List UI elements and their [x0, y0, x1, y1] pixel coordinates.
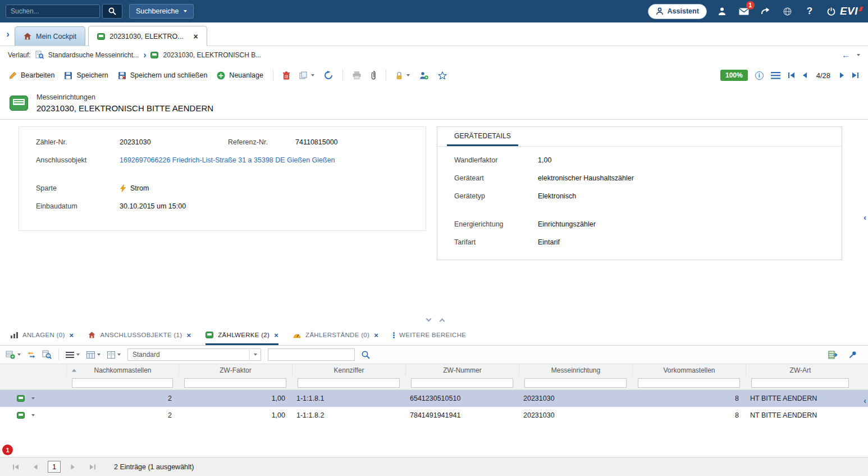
cell-zw-faktor: 1,00 — [179, 411, 292, 419]
filter-input-nachkommastellen[interactable] — [72, 378, 173, 388]
column-header-kennziffer[interactable]: Kennziffer — [292, 364, 405, 376]
user-button[interactable] — [716, 5, 728, 17]
tab-weitere-bereiche[interactable]: WEITERE BEREICHE — [393, 325, 466, 345]
tab-mein-cockpit[interactable]: Mein Cockpit — [15, 26, 85, 46]
bearbeiten-button[interactable]: Bearbeiten — [9, 71, 54, 79]
pager-page-input[interactable] — [48, 461, 61, 473]
list-view-dropdown-icon[interactable] — [117, 353, 121, 356]
collapse-up-icon[interactable] — [440, 319, 445, 324]
table-row[interactable]: 2 1,00 1-1:1.8.1 6541230510510 20231030 … — [0, 390, 868, 407]
suchbereiche-dropdown[interactable]: Suchbereiche — [129, 4, 194, 19]
add-dropdown-icon[interactable] — [17, 353, 21, 356]
export-excel-button[interactable] — [828, 351, 838, 359]
search-input[interactable] — [6, 4, 100, 18]
attachment-button[interactable] — [371, 71, 376, 80]
tab-close-icon[interactable]: × — [374, 331, 378, 339]
forward-button[interactable] — [760, 5, 772, 17]
anschlussobjekt-link[interactable]: 1692697066226 Friedrich-List-Straße 31 a… — [120, 156, 335, 164]
zaehlwerk-row-icon[interactable] — [17, 395, 25, 402]
filter-input-zw-faktor[interactable] — [184, 378, 286, 388]
pin-panel-button[interactable] — [849, 351, 857, 359]
lock-button[interactable] — [396, 71, 410, 80]
grid-add-button[interactable] — [6, 350, 21, 359]
column-header-zw-nummer[interactable]: ZW-Nummer — [405, 364, 519, 376]
tab-close-icon[interactable]: × — [70, 331, 74, 339]
refresh-button[interactable] — [324, 71, 333, 80]
zoom-badge[interactable]: 100% — [720, 70, 748, 81]
grid-panel-collapse-icon[interactable]: ‹ — [864, 397, 866, 405]
grid-view-list-button[interactable] — [107, 351, 121, 359]
table-view-dropdown-icon[interactable] — [97, 353, 100, 356]
lock-dropdown-icon[interactable] — [406, 74, 410, 76]
history-back-button[interactable]: ← — [842, 50, 850, 60]
help-button[interactable]: ? — [803, 5, 816, 17]
record-position[interactable]: 4/28 — [816, 71, 830, 80]
network-button[interactable] — [782, 5, 794, 17]
tab-anlagen[interactable]: ANLAGEN (0) × — [11, 325, 74, 345]
grid-search-button[interactable] — [42, 350, 52, 359]
nav-prev-button[interactable] — [802, 72, 807, 79]
sidebar-expand-handle[interactable]: › — [1, 29, 15, 40]
tab-geraetedetails[interactable]: GERÄTEDETAILS — [447, 127, 518, 146]
tab-zaehlwerke[interactable]: ZÄHLWERKE (2) × — [205, 325, 278, 345]
filter-input-vorkommastellen[interactable] — [638, 378, 740, 388]
column-header-vorkommastellen[interactable]: Vorkommastellen — [632, 364, 746, 376]
grid-view-table-button[interactable] — [86, 351, 100, 359]
tab-record-active[interactable]: 20231030, ELEKTRO... × — [88, 26, 207, 46]
pager-last-button[interactable] — [85, 461, 100, 473]
filter-input-zw-art[interactable] — [751, 378, 849, 388]
grid-quicksearch-input[interactable] — [268, 348, 355, 361]
row-actions-dropdown-icon[interactable] — [31, 397, 35, 400]
breadcrumb-search[interactable]: Standardsuche Messeinricht... — [48, 51, 139, 59]
row-actions-dropdown-icon[interactable] — [31, 414, 35, 416]
column-header-nachkommastellen[interactable]: Nachkommastellen — [66, 364, 179, 376]
search-button[interactable] — [102, 4, 122, 19]
panel-splitter[interactable] — [0, 315, 868, 325]
right-panel-collapse-icon[interactable]: ‹ — [864, 214, 866, 221]
assign-user-button[interactable] — [419, 71, 428, 80]
filter-input-kennziffer[interactable] — [298, 378, 400, 388]
zaehlwerk-row-icon[interactable] — [17, 412, 25, 419]
menu-dropdown-icon[interactable] — [76, 353, 80, 356]
delete-button[interactable] — [283, 71, 290, 80]
collapse-down-icon[interactable] — [426, 316, 432, 322]
column-header-zw-art[interactable]: ZW-Art — [746, 364, 868, 376]
filter-input-zw-nummer[interactable] — [411, 378, 513, 388]
geraetetyp-value: Elektronisch — [538, 192, 576, 200]
copy-button[interactable] — [299, 71, 314, 79]
pager-next-button[interactable] — [66, 461, 80, 473]
grid-quicksearch-button[interactable] — [362, 351, 370, 359]
tab-close-icon[interactable]: × — [274, 331, 278, 339]
grid-filter-button[interactable] — [28, 351, 35, 359]
menu-button[interactable] — [771, 72, 780, 79]
grid-menu-button[interactable] — [66, 352, 80, 358]
copy-dropdown-icon[interactable] — [311, 74, 314, 76]
notification-badge[interactable]: 1 — [2, 445, 13, 455]
nav-next-button[interactable] — [839, 72, 844, 79]
mail-button[interactable]: 1 — [738, 5, 750, 17]
history-dropdown-icon[interactable] — [857, 54, 860, 56]
column-header-messeinrichtung[interactable]: Messeinrichtung — [519, 364, 632, 376]
pager-prev-button[interactable] — [28, 461, 43, 473]
nav-last-button[interactable] — [852, 72, 859, 79]
favorite-button[interactable] — [438, 71, 447, 80]
pager-first-button[interactable] — [8, 461, 23, 473]
tab-close-icon[interactable]: × — [194, 32, 198, 41]
nav-first-button[interactable] — [788, 72, 795, 79]
view-select-caret-icon — [254, 353, 257, 356]
tab-anschlussobjekte[interactable]: ANSCHLUSSOBJEKTE (1) × — [88, 325, 191, 345]
column-header-zw-faktor[interactable]: ZW-Faktor — [179, 364, 292, 376]
breadcrumb-record[interactable]: 20231030, ELEKTRONISCH B... — [163, 51, 261, 59]
speichern-button[interactable]: Speichern — [64, 71, 108, 80]
tab-zaehlerstaende[interactable]: ZÄHLERSTÄNDE (0) × — [293, 325, 378, 345]
logout-button[interactable] — [825, 5, 838, 17]
neuanlage-button[interactable]: Neuanlage — [217, 71, 263, 80]
info-icon[interactable]: i — [755, 71, 764, 80]
assistent-button[interactable]: Assistent — [648, 4, 707, 19]
speichern-schliessen-button[interactable]: Speichern und schließen — [118, 71, 208, 80]
list-view-icon — [107, 351, 115, 359]
view-select[interactable]: Standard — [127, 348, 261, 361]
table-row[interactable]: 2 1,00 1-1:1.8.2 7841491941941 20231030 … — [0, 407, 868, 424]
filter-input-messeinrichtung[interactable] — [524, 378, 627, 388]
tab-close-icon[interactable]: × — [186, 331, 191, 339]
